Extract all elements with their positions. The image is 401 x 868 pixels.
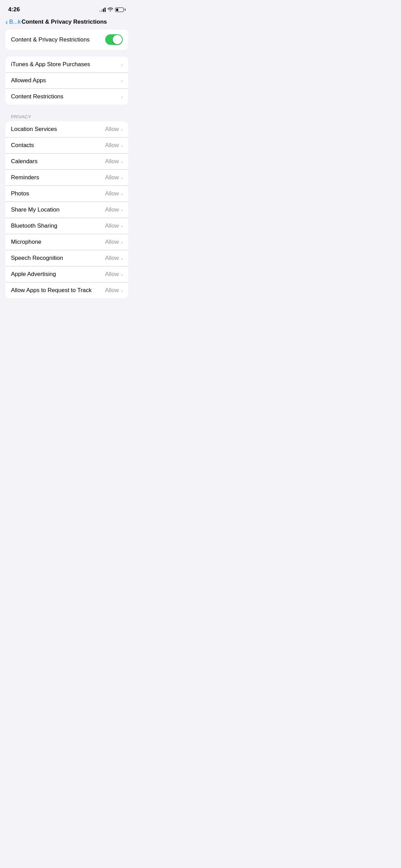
itunes-purchases-label: iTunes & App Store Purchases [11, 61, 90, 68]
chevron-icon: › [121, 191, 123, 197]
microphone-value: Allow [105, 239, 119, 245]
apple-advertising-value: Allow [105, 271, 119, 278]
page-title: Content & Privacy Restrictions [0, 19, 128, 25]
calendars-right: Allow › [105, 158, 123, 165]
top-section-card: iTunes & App Store Purchases › Allowed A… [5, 57, 128, 105]
location-services-row[interactable]: Location Services Allow › [5, 121, 128, 137]
share-my-location-label: Share My Location [11, 206, 60, 213]
photos-label: Photos [11, 190, 29, 197]
content-restrictions-label: Content Restrictions [11, 93, 63, 100]
chevron-icon: › [121, 288, 123, 293]
allowed-apps-right: › [121, 78, 123, 84]
allow-apps-track-label: Allow Apps to Request to Track [11, 287, 92, 294]
content-privacy-label: Content & Privacy Restrictions [11, 36, 90, 43]
apple-advertising-right: Allow › [105, 271, 123, 278]
location-services-right: Allow › [105, 126, 123, 133]
nav-bar: ‹ B...k Content & Privacy Restrictions [0, 17, 134, 29]
photos-value: Allow [105, 190, 119, 197]
chevron-icon: › [121, 143, 123, 148]
itunes-purchases-row[interactable]: iTunes & App Store Purchases › [5, 57, 128, 73]
speech-recognition-right: Allow › [105, 255, 123, 262]
contacts-right: Allow › [105, 142, 123, 149]
allow-apps-track-row[interactable]: Allow Apps to Request to Track Allow › [5, 282, 128, 298]
chevron-icon: › [121, 175, 123, 181]
page-content: Content & Privacy Restrictions iTunes & … [0, 29, 134, 298]
bluetooth-sharing-row[interactable]: Bluetooth Sharing Allow › [5, 218, 128, 234]
speech-recognition-value: Allow [105, 255, 119, 262]
reminders-row[interactable]: Reminders Allow › [5, 170, 128, 186]
content-restrictions-right: › [121, 94, 123, 100]
battery-icon [115, 8, 125, 12]
allowed-apps-row[interactable]: Allowed Apps › [5, 73, 128, 89]
photos-right: Allow › [105, 190, 123, 197]
share-my-location-value: Allow [105, 206, 119, 213]
status-icons [99, 7, 125, 12]
chevron-icon: › [121, 239, 123, 245]
location-services-label: Location Services [11, 126, 57, 133]
allow-apps-track-value: Allow [105, 287, 119, 294]
bluetooth-sharing-value: Allow [105, 222, 119, 229]
status-bar: 4:26 [0, 0, 134, 17]
allow-apps-track-right: Allow › [105, 287, 123, 294]
microphone-right: Allow › [105, 239, 123, 245]
reminders-right: Allow › [105, 174, 123, 181]
privacy-section-card: Location Services Allow › Contacts Allow… [5, 121, 128, 298]
contacts-label: Contacts [11, 142, 34, 149]
share-my-location-row[interactable]: Share My Location Allow › [5, 202, 128, 218]
chevron-icon: › [121, 207, 123, 213]
itunes-purchases-right: › [121, 62, 123, 68]
main-toggle-card: Content & Privacy Restrictions [5, 29, 128, 50]
allowed-apps-label: Allowed Apps [11, 77, 46, 84]
calendars-value: Allow [105, 158, 119, 165]
location-services-value: Allow [105, 126, 119, 133]
calendars-label: Calendars [11, 158, 38, 165]
photos-row[interactable]: Photos Allow › [5, 186, 128, 202]
toggle-knob [113, 35, 122, 44]
bluetooth-sharing-label: Bluetooth Sharing [11, 222, 57, 229]
chevron-icon: › [121, 78, 123, 84]
signal-icon [99, 8, 106, 12]
share-my-location-right: Allow › [105, 206, 123, 213]
chevron-icon: › [121, 94, 123, 100]
bluetooth-sharing-right: Allow › [105, 222, 123, 229]
speech-recognition-row[interactable]: Speech Recognition Allow › [5, 250, 128, 266]
apple-advertising-row[interactable]: Apple Advertising Allow › [5, 266, 128, 282]
microphone-label: Microphone [11, 239, 41, 245]
wifi-icon [108, 7, 113, 12]
content-privacy-toggle[interactable] [105, 34, 123, 45]
contacts-value: Allow [105, 142, 119, 149]
privacy-section-header: PRIVACY [5, 111, 128, 121]
status-time: 4:26 [8, 6, 20, 13]
apple-advertising-label: Apple Advertising [11, 271, 56, 278]
chevron-icon: › [121, 255, 123, 261]
chevron-icon: › [121, 223, 123, 229]
reminders-label: Reminders [11, 174, 39, 181]
speech-recognition-label: Speech Recognition [11, 255, 63, 262]
chevron-icon: › [121, 272, 123, 277]
reminders-value: Allow [105, 174, 119, 181]
chevron-icon: › [121, 126, 123, 132]
microphone-row[interactable]: Microphone Allow › [5, 234, 128, 250]
chevron-icon: › [121, 159, 123, 165]
content-privacy-toggle-row[interactable]: Content & Privacy Restrictions [5, 29, 128, 50]
content-restrictions-row[interactable]: Content Restrictions › [5, 89, 128, 105]
contacts-row[interactable]: Contacts Allow › [5, 137, 128, 154]
calendars-row[interactable]: Calendars Allow › [5, 154, 128, 170]
chevron-icon: › [121, 62, 123, 68]
